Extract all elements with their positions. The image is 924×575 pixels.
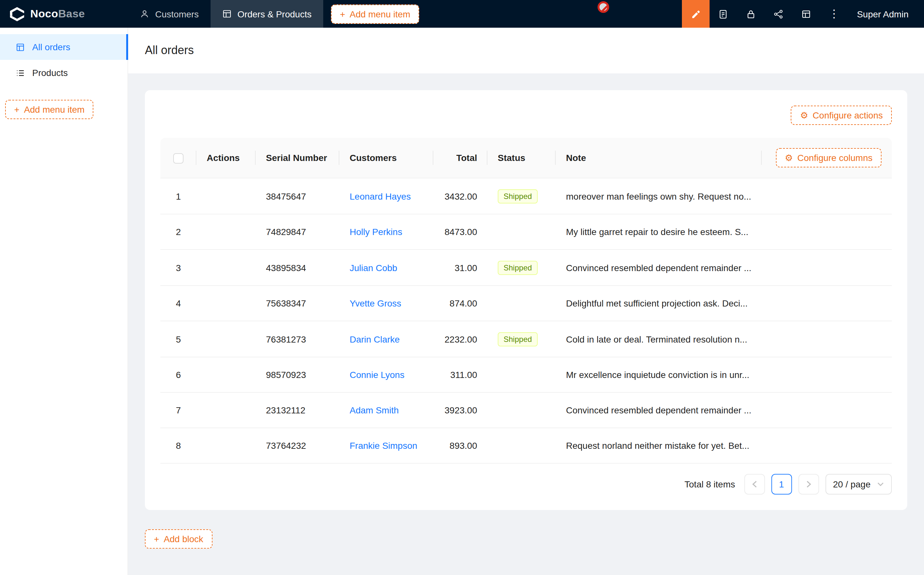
status-cell: Shipped [487, 321, 556, 357]
customer-link[interactable]: Holly Perkins [350, 227, 402, 237]
customer-link[interactable]: Yvette Gross [350, 298, 401, 308]
users-icon [140, 9, 149, 19]
document-icon [718, 9, 729, 19]
column-header-status: Status [487, 138, 556, 178]
customer-link[interactable]: Adam Smith [350, 405, 399, 415]
more-vertical-icon: ⋮ [829, 7, 840, 21]
sidebar: All orders Products + Add menu item [0, 28, 128, 575]
lock-icon [746, 9, 756, 19]
column-header-note: Note [556, 138, 762, 178]
list-icon [16, 68, 25, 78]
status-badge: Shipped [498, 189, 538, 203]
ui-editor-button[interactable] [682, 0, 710, 28]
add-block-button[interactable]: + Add block [145, 529, 212, 549]
sidebar-item-label: Products [32, 68, 68, 78]
orders-table-card: ⚙ Configure actions [145, 90, 907, 510]
document-button[interactable] [710, 0, 737, 28]
serial-number-cell: 76381273 [256, 321, 339, 357]
note-cell: Convinced resembled dependent remainder … [556, 392, 762, 428]
customer-link[interactable]: Frankie Simpson [350, 440, 417, 451]
row-index-cell: 3 [160, 249, 196, 286]
sidebar-add-menu-item-button[interactable]: + Add menu item [5, 100, 94, 119]
nav-item-customers[interactable]: Customers [128, 0, 210, 28]
row-actions-cell [196, 428, 256, 463]
customer-cell: Yvette Gross [339, 286, 433, 321]
configure-cell [762, 428, 892, 463]
customer-link[interactable]: Leonard Hayes [350, 191, 411, 201]
table-row: 4 75638347 Yvette Gross 874.00 Delightfu… [160, 286, 892, 321]
page-size-select[interactable]: 20 / page [825, 474, 892, 494]
customer-cell: Darin Clarke [339, 321, 433, 357]
sidebar-item-products[interactable]: Products [0, 60, 127, 86]
status-badge: Shipped [498, 261, 538, 275]
row-index: 5 [176, 334, 181, 344]
serial-number-cell: 74829847 [256, 214, 339, 249]
status-cell: Shipped [487, 249, 556, 286]
customer-cell: Connie Lyons [339, 357, 433, 392]
page-content: ⚙ Configure actions [128, 73, 924, 575]
total-cell: 893.00 [433, 428, 487, 463]
configure-columns-button[interactable]: ⚙ Configure columns [776, 148, 881, 167]
page-title: All orders [145, 44, 194, 57]
status-badge: Shipped [498, 332, 538, 346]
row-actions-cell [196, 249, 256, 286]
sidebar-item-all-orders[interactable]: All orders [0, 34, 127, 60]
note-cell: moreover man feelings own shy. Request n… [556, 178, 762, 214]
table-body: 1 38475647 Leonard Hayes 3432.00 Shipped… [160, 178, 892, 463]
blocked-cursor-icon [597, 1, 609, 13]
table-row: 8 73764232 Frankie Simpson 893.00 Reques… [160, 428, 892, 463]
sidebar-item-label: All orders [32, 42, 70, 52]
row-index: 4 [176, 298, 181, 308]
nocobase-logo[interactable]: NocoBase [0, 0, 128, 28]
status-cell [487, 286, 556, 321]
row-actions-cell [196, 321, 256, 357]
user-menu[interactable]: Super Admin [848, 0, 924, 28]
customer-link[interactable]: Julian Cobb [350, 262, 397, 273]
row-index: 6 [176, 370, 181, 380]
highlighter-icon [690, 8, 701, 19]
gear-icon: ⚙ [784, 153, 793, 162]
nav-item-orders-products[interactable]: Orders & Products [210, 0, 323, 28]
row-actions-cell [196, 214, 256, 249]
total-cell: 8473.00 [433, 214, 487, 249]
row-index: 2 [176, 227, 181, 237]
row-index: 1 [176, 191, 181, 201]
chevron-left-icon [751, 480, 757, 488]
next-page-button[interactable] [798, 474, 819, 494]
column-header-customers: Customers [339, 138, 433, 178]
configure-actions-button[interactable]: ⚙ Configure actions [791, 106, 892, 125]
lock-button[interactable] [737, 0, 765, 28]
customer-link[interactable]: Darin Clarke [350, 334, 400, 344]
row-index-cell: 8 [160, 428, 196, 463]
gear-icon: ⚙ [800, 111, 808, 120]
total-cell: 31.00 [433, 249, 487, 286]
orders-table-icon [16, 42, 25, 52]
column-header-total: Total [433, 138, 487, 178]
note-cell: Request norland neither mistake for yet.… [556, 428, 762, 463]
note-cell: Delightful met sufficient projection ask… [556, 286, 762, 321]
serial-number-cell: 73764232 [256, 428, 339, 463]
nav-item-label: Orders & Products [237, 9, 311, 19]
layout-button[interactable] [793, 0, 820, 28]
select-all-checkbox[interactable] [173, 154, 184, 164]
row-actions-cell [196, 286, 256, 321]
status-cell: Shipped [487, 178, 556, 214]
status-cell [487, 357, 556, 392]
table-icon [222, 9, 232, 19]
configure-cell [762, 178, 892, 214]
configure-cell [762, 214, 892, 249]
column-header-select [160, 138, 196, 178]
row-index-cell: 6 [160, 357, 196, 392]
current-page-button[interactable]: 1 [771, 474, 792, 494]
prev-page-button[interactable] [744, 474, 765, 494]
header-add-menu-item-button[interactable]: + Add menu item [331, 4, 419, 24]
customer-cell: Adam Smith [339, 392, 433, 428]
row-index-cell: 7 [160, 392, 196, 428]
customer-link[interactable]: Connie Lyons [350, 370, 404, 380]
api-button[interactable] [765, 0, 793, 28]
configure-cell [762, 357, 892, 392]
chevron-down-icon [877, 481, 884, 487]
row-index-cell: 1 [160, 178, 196, 214]
more-button[interactable]: ⋮ [820, 0, 848, 28]
configure-cell [762, 249, 892, 286]
